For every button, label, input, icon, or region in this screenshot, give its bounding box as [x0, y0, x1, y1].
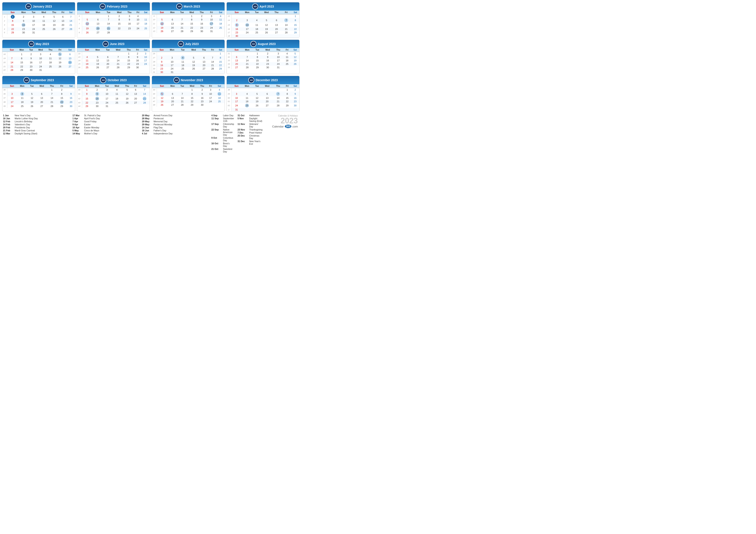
- day-cell: 3: [206, 14, 217, 18]
- month-table: SunMonTueWedThuFriSat3512363456789371011…: [2, 84, 75, 108]
- day-cell: 9: [134, 55, 141, 59]
- day-cell: 5: [92, 55, 103, 59]
- day-cell: 23: [27, 65, 36, 68]
- holiday-name: Veterans' Day: [249, 123, 262, 128]
- week-number: 12: [152, 26, 157, 30]
- holiday-name: Easter: [84, 123, 91, 126]
- day-cell: 8: [7, 19, 18, 23]
- holiday-name: Easter Monday: [84, 126, 99, 129]
- day-cell: 5: [188, 55, 199, 60]
- week-row: 363456789: [2, 91, 75, 96]
- day-cell: 27: [132, 101, 139, 104]
- day-cell: 28: [7, 68, 16, 72]
- week-number: 4: [2, 27, 7, 31]
- day-header-sun: Sun: [82, 84, 92, 88]
- day-header-wed: Wed: [186, 11, 197, 14]
- holiday-name: Thanksgiving: [249, 128, 262, 131]
- day-header-mon: Mon: [93, 11, 103, 14]
- branding: Calendar & Holidays 2023 Calendar-365.co…: [265, 114, 300, 154]
- day-cell: 2: [197, 14, 206, 18]
- week-row: 11234567: [2, 14, 75, 19]
- day-cell: 28: [209, 67, 216, 70]
- week-row: 289101112131415: [152, 60, 225, 64]
- week-number: 39: [2, 104, 7, 108]
- day-cell: 6: [103, 55, 113, 59]
- week-row: 1978910111213: [2, 57, 75, 60]
- day-cell: [209, 52, 216, 56]
- week-number: 17: [227, 31, 231, 34]
- badge-365: 365: [99, 3, 106, 10]
- day-cell: 9: [67, 91, 75, 96]
- holiday-name: Presidents Day: [15, 126, 30, 129]
- day-cell: [262, 108, 273, 111]
- holiday-date: 17 Sep: [211, 123, 222, 128]
- day-header-sat: Sat: [214, 84, 225, 88]
- day-cell: [199, 70, 209, 74]
- day-cell: 23: [18, 27, 29, 31]
- week-row: 26252627282930: [77, 66, 150, 69]
- day-cell: 7: [113, 55, 124, 59]
- day-cell: 2: [27, 52, 36, 57]
- day-cell: [253, 88, 262, 92]
- week-number: 37: [2, 96, 7, 100]
- holiday-date: 9 Oct: [211, 137, 222, 142]
- week-row: 4719202122232425: [152, 100, 225, 103]
- holiday-row: 29 MayMemorial Day: [142, 120, 209, 123]
- day-header-wed: Wed: [262, 84, 273, 88]
- day-header-thu: Thu: [198, 84, 207, 88]
- day-cell: 7: [139, 88, 150, 92]
- day-cell: 21: [113, 62, 124, 66]
- day-cell: [177, 70, 188, 74]
- month-table: SunMonTueWedThuFriSat4012345674189101112…: [77, 84, 150, 108]
- day-cell: 30: [291, 103, 299, 108]
- day-cell: 7: [177, 18, 186, 21]
- day-cell: 10: [7, 96, 17, 100]
- day-cell: 25: [283, 62, 291, 66]
- day-cell: 9: [291, 91, 299, 96]
- day-cell: 15: [7, 23, 18, 27]
- day-cell: 19: [55, 60, 65, 65]
- day-cell: 6: [132, 88, 139, 92]
- day-cell: 27: [231, 66, 242, 69]
- week-number: 20: [2, 60, 7, 65]
- holiday-row: 14 FebValentine's Day: [3, 123, 70, 126]
- day-cell: 23: [231, 31, 242, 34]
- day-cell: 18: [142, 21, 150, 26]
- day-cell: 8: [186, 18, 197, 21]
- holiday-name: Citizenship Day: [223, 123, 234, 128]
- day-cell: 24: [103, 101, 111, 104]
- week-row: 3710111213141516: [2, 96, 75, 100]
- day-cell: 28: [113, 66, 124, 69]
- day-cell: [49, 31, 59, 34]
- day-cell: 2: [114, 14, 125, 18]
- day-cell: [214, 103, 225, 107]
- week-row: 22123: [77, 52, 150, 56]
- holiday-row: 11 NovVeterans' Day: [237, 123, 262, 128]
- holiday-date: 14 May: [72, 132, 83, 135]
- day-cell: 16: [18, 23, 29, 27]
- month-card-september-2023: 365September 2023SunMonTueWedThuFriSat35…: [2, 76, 75, 112]
- holiday-name: Father's Day: [154, 129, 166, 132]
- day-cell: 22: [114, 26, 125, 31]
- day-cell: 7: [281, 18, 291, 23]
- day-cell: 17: [273, 59, 283, 62]
- day-cell: 17: [29, 23, 38, 27]
- week-row: 482627282930: [152, 103, 225, 107]
- week-row: 51234: [77, 14, 150, 18]
- day-cell: 7: [67, 14, 75, 19]
- holiday-date: 16 Jan: [3, 117, 14, 120]
- month-table: SunMonTueWedThuFriSat4412344556789101146…: [152, 84, 225, 107]
- day-cell: 18: [111, 96, 122, 101]
- month-table: SunMonTueWedThuFriSat1123456728910111213…: [2, 11, 75, 34]
- month-card-april-2023: 365April 2023SunMonTueWedThuFriSat131142…: [227, 2, 300, 38]
- day-cell: 22: [253, 62, 262, 66]
- day-cell: 23: [157, 67, 167, 70]
- day-cell: [242, 108, 253, 111]
- day-cell: 24: [231, 103, 242, 108]
- day-cell: 19: [122, 96, 132, 101]
- day-cell: 27: [65, 65, 75, 68]
- week-row: 1723242526272829: [227, 31, 299, 34]
- day-cell: 20: [65, 60, 75, 65]
- day-cell: [273, 88, 284, 92]
- week-number: 8: [77, 26, 82, 31]
